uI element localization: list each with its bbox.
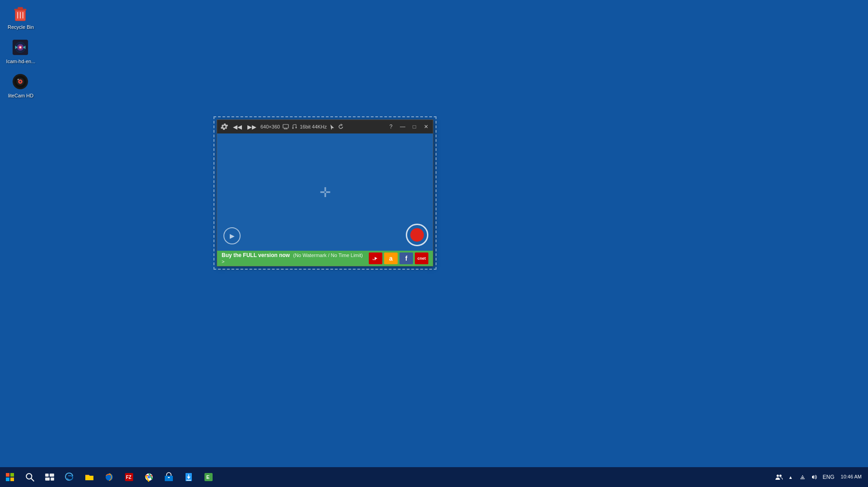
speaker-icon bbox=[811, 473, 818, 481]
resolution-text: 640×360 bbox=[260, 124, 280, 129]
svg-rect-37 bbox=[51, 478, 54, 481]
svg-point-44 bbox=[148, 476, 150, 478]
svg-rect-38 bbox=[85, 476, 93, 480]
time-display: 10:46 AM bbox=[841, 473, 862, 480]
svg-rect-28 bbox=[6, 473, 9, 477]
svg-marker-58 bbox=[812, 475, 814, 479]
svg-rect-55 bbox=[800, 478, 805, 479]
screen-icon bbox=[283, 124, 289, 129]
taskbar: FZ bbox=[0, 467, 868, 487]
extra-app-icon: E bbox=[204, 472, 214, 482]
network-people-icon[interactable] bbox=[774, 467, 784, 487]
svg-rect-29 bbox=[10, 473, 14, 477]
facebook-button[interactable]: f bbox=[399, 253, 413, 264]
svg-text:You: You bbox=[372, 258, 376, 261]
svg-rect-34 bbox=[45, 473, 49, 477]
taskbar-fileexplorer-icon[interactable] bbox=[79, 467, 99, 487]
svg-point-10 bbox=[19, 46, 21, 48]
start-button[interactable] bbox=[0, 467, 20, 487]
youtube-button[interactable]: You bbox=[369, 253, 382, 264]
next-button[interactable]: ▶▶ bbox=[246, 123, 258, 131]
help-button[interactable]: ? bbox=[386, 122, 396, 132]
play-button[interactable]: ▶ bbox=[223, 227, 241, 244]
cursor-icon bbox=[330, 124, 335, 130]
language-indicator[interactable]: ENG bbox=[821, 474, 836, 480]
svg-point-32 bbox=[26, 473, 32, 479]
taskbar-taskview-icon[interactable] bbox=[40, 467, 60, 487]
move-icon[interactable]: ✛ bbox=[320, 184, 331, 200]
itecam-label: liteCam HD bbox=[5, 93, 37, 98]
people-icon bbox=[775, 473, 783, 481]
maximize-button[interactable]: □ bbox=[409, 122, 419, 132]
taskbar-pinned-icons: FZ bbox=[20, 467, 218, 487]
svg-text:E: E bbox=[206, 474, 209, 480]
volume-icon[interactable] bbox=[809, 467, 819, 487]
taskbar-chrome-icon[interactable] bbox=[139, 467, 159, 487]
refresh-icon[interactable] bbox=[338, 124, 344, 130]
taskbar-edge-icon[interactable] bbox=[60, 467, 79, 487]
record-button[interactable] bbox=[406, 224, 428, 246]
svg-text:FZ: FZ bbox=[126, 475, 131, 480]
svg-point-23 bbox=[292, 128, 294, 129]
svg-rect-57 bbox=[802, 475, 803, 476]
close-button[interactable]: ✕ bbox=[421, 122, 431, 132]
svg-line-33 bbox=[31, 478, 34, 481]
edge-icon bbox=[65, 472, 74, 482]
taskbar-search-icon[interactable] bbox=[20, 467, 40, 487]
svg-rect-31 bbox=[10, 478, 14, 481]
chevron-up-icon[interactable]: ▲ bbox=[786, 467, 796, 487]
svg-rect-30 bbox=[6, 478, 9, 481]
resolution-info: 640×360 16bit 44KHz bbox=[260, 124, 344, 130]
system-time[interactable]: 10:46 AM bbox=[838, 473, 864, 480]
youtube-icon: You bbox=[371, 256, 380, 261]
filezilla-icon: FZ bbox=[124, 472, 134, 482]
svg-rect-35 bbox=[50, 473, 54, 477]
taskview-icon bbox=[45, 472, 55, 482]
titlebar-left: ◀◀ ▶▶ 640×360 16bit 44KHz bbox=[220, 122, 344, 131]
promotional-banner: Buy the FULL version now (No Watermark /… bbox=[217, 251, 433, 266]
svg-rect-2 bbox=[18, 7, 23, 9]
svg-point-17 bbox=[19, 81, 21, 83]
window-controls: ? — □ ✕ bbox=[386, 120, 431, 133]
taskbar-firefox-icon[interactable] bbox=[99, 467, 119, 487]
banner-social-icons: You a f cnet bbox=[369, 253, 428, 264]
windows-logo-icon bbox=[6, 473, 14, 481]
svg-point-53 bbox=[776, 475, 779, 477]
desktop-icon-itecam[interactable]: liteCam HD bbox=[3, 71, 39, 100]
banner-main-text: Buy the FULL version now (No Watermark /… bbox=[222, 252, 366, 265]
cnet-button[interactable]: cnet bbox=[415, 253, 428, 264]
svg-rect-19 bbox=[283, 124, 288, 128]
svg-point-18 bbox=[18, 79, 19, 80]
audio-icon bbox=[292, 124, 297, 130]
taskbar-filezilla-icon[interactable]: FZ bbox=[119, 467, 139, 487]
taskbar-extra-icon[interactable]: E bbox=[199, 467, 218, 487]
app-window: ◀◀ ▶▶ 640×360 16bit 44KHz bbox=[217, 119, 433, 266]
chrome-icon bbox=[144, 472, 154, 482]
taskbar-store-icon[interactable] bbox=[159, 467, 179, 487]
downloads-icon bbox=[184, 472, 194, 482]
recycle-bin-label: Recycle Bin bbox=[5, 24, 37, 30]
network-icon[interactable] bbox=[798, 467, 808, 487]
settings-icon[interactable] bbox=[220, 122, 229, 131]
taskbar-downloads-icon[interactable] bbox=[179, 467, 199, 487]
search-icon bbox=[25, 472, 35, 482]
play-icon: ▶ bbox=[230, 232, 235, 239]
svg-rect-56 bbox=[801, 477, 804, 478]
amazon-button[interactable]: a bbox=[384, 253, 398, 264]
itecam-icon bbox=[12, 73, 30, 91]
wifi-icon bbox=[799, 473, 806, 481]
banner-buy-text[interactable]: Buy the FULL version now bbox=[222, 252, 290, 258]
firefox-icon bbox=[104, 472, 114, 482]
folder-icon bbox=[84, 472, 94, 482]
svg-point-54 bbox=[779, 475, 781, 477]
audio-info: 16bit 44KHz bbox=[300, 124, 327, 129]
store-icon bbox=[164, 472, 174, 482]
prev-button[interactable]: ◀◀ bbox=[232, 123, 243, 131]
taskbar-system-tray: ▲ ENG 10:46 AM bbox=[774, 467, 868, 487]
recycle-bin-icon bbox=[12, 5, 30, 23]
desktop-icon-icam[interactable]: Icam-hd-en... bbox=[3, 37, 39, 66]
svg-rect-45 bbox=[165, 476, 173, 481]
svg-point-24 bbox=[296, 127, 297, 129]
desktop-icon-recycle-bin[interactable]: Recycle Bin bbox=[3, 3, 39, 32]
minimize-button[interactable]: — bbox=[398, 122, 408, 132]
